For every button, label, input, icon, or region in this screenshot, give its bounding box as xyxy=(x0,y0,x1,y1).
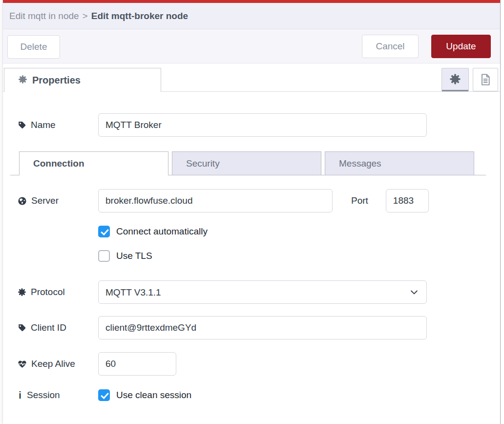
server-input[interactable] xyxy=(98,189,333,212)
edit-node-tray: Edit mqtt in node > Edit mqtt-broker nod… xyxy=(2,0,501,424)
heartbeat-icon xyxy=(18,360,27,369)
client-id-label-group: Client ID xyxy=(18,322,98,333)
name-input[interactable] xyxy=(98,113,427,137)
server-row: Server Port xyxy=(3,189,500,212)
breadcrumb-parent[interactable]: Edit mqtt in node xyxy=(9,11,79,21)
name-label-group: Name xyxy=(18,120,98,130)
protocol-row: Protocol MQTT V3.1.1 xyxy=(3,280,500,304)
tab-messages[interactable]: Messages xyxy=(325,151,474,175)
gear-icon xyxy=(18,288,26,297)
tab-security-label: Security xyxy=(186,158,220,169)
tag-icon xyxy=(18,323,26,332)
file-icon xyxy=(479,73,492,86)
info-icon: i xyxy=(18,390,22,401)
keep-alive-row: Keep Alive xyxy=(3,352,500,376)
tray-header: Edit mqtt in node > Edit mqtt-broker nod… xyxy=(3,3,500,29)
delete-button[interactable]: Delete xyxy=(7,35,60,59)
use-tls-row: Use TLS xyxy=(98,250,500,262)
keep-alive-input[interactable] xyxy=(98,352,176,376)
session-label: Session xyxy=(27,390,60,401)
tab-connection[interactable]: Connection xyxy=(19,151,168,175)
gear-icon xyxy=(449,73,461,85)
tab-messages-label: Messages xyxy=(339,158,381,169)
protocol-select[interactable]: MQTT V3.1.1 xyxy=(98,280,427,304)
keep-alive-label: Keep Alive xyxy=(31,359,75,369)
server-label: Server xyxy=(31,195,59,206)
tag-icon xyxy=(18,121,26,129)
client-id-row: Client ID xyxy=(3,316,500,339)
tab-properties-label: Properties xyxy=(32,75,81,86)
tray-toolbar: Delete Cancel Update xyxy=(3,29,500,64)
breadcrumb-current: Edit mqtt-broker node xyxy=(91,11,188,21)
use-tls-checkbox[interactable] xyxy=(98,250,110,262)
update-button[interactable]: Update xyxy=(431,35,491,58)
client-id-input[interactable] xyxy=(98,316,427,339)
clean-session-checkbox[interactable] xyxy=(98,389,110,401)
connect-auto-checkbox[interactable] xyxy=(98,226,110,237)
port-label: Port xyxy=(351,195,368,206)
properties-view-button[interactable] xyxy=(441,68,469,91)
connect-auto-row: Connect automatically xyxy=(98,226,500,237)
protocol-label-group: Protocol xyxy=(18,287,98,297)
session-row: i Session Use clean session xyxy=(3,389,500,401)
tab-connection-label: Connection xyxy=(33,158,84,169)
cancel-button[interactable]: Cancel xyxy=(362,35,419,58)
protocol-label: Protocol xyxy=(31,287,65,297)
breadcrumb-separator: > xyxy=(83,11,88,21)
tab-properties[interactable]: Properties xyxy=(4,68,161,92)
tab-security[interactable]: Security xyxy=(172,151,321,175)
tray-tab-bar: Properties xyxy=(3,64,500,92)
name-row: Name xyxy=(3,113,500,137)
clean-session-label: Use clean session xyxy=(116,390,191,401)
client-id-label: Client ID xyxy=(31,322,66,333)
globe-icon xyxy=(18,196,27,206)
node-edit-form: Name Connection Security Messages xyxy=(3,113,500,401)
broker-tabs: Connection Security Messages xyxy=(10,151,486,175)
port-input[interactable] xyxy=(386,189,429,212)
description-view-button[interactable] xyxy=(473,68,498,91)
server-label-group: Server xyxy=(18,195,98,206)
gear-icon xyxy=(18,75,27,86)
use-tls-label: Use TLS xyxy=(116,251,152,261)
connect-auto-label: Connect automatically xyxy=(116,226,208,237)
name-label: Name xyxy=(31,120,56,130)
keep-alive-label-group: Keep Alive xyxy=(18,359,98,369)
protocol-select-wrap: MQTT V3.1.1 xyxy=(98,280,427,304)
session-label-group: i Session xyxy=(18,390,98,401)
